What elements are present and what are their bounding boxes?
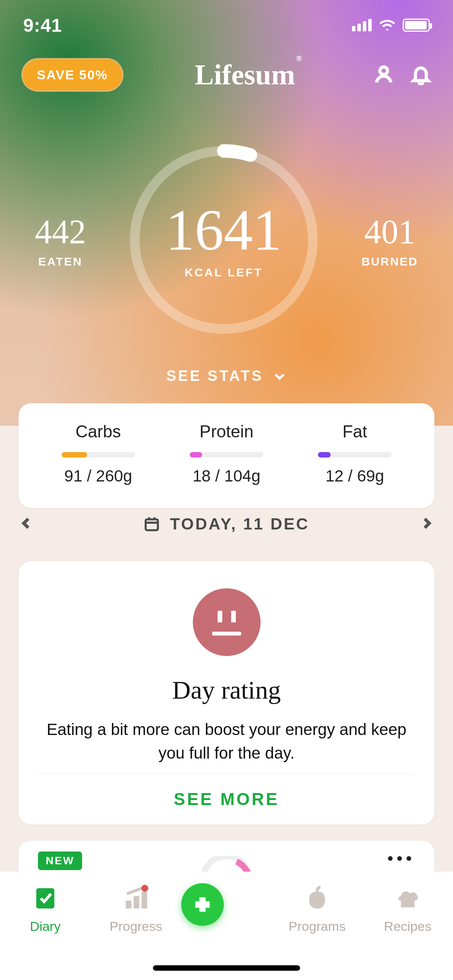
status-time: 9:41: [23, 15, 62, 36]
see-stats-label: SEE STATS: [166, 368, 264, 384]
date-label: TODAY, 11 DEC: [170, 515, 309, 533]
macro-label: Carbs: [37, 422, 160, 441]
macro-bar: [190, 452, 263, 457]
macro-label: Fat: [293, 422, 416, 441]
svg-rect-10: [142, 892, 148, 909]
prev-day-button[interactable]: [19, 516, 34, 533]
macro-fat: Fat 12 / 69g: [293, 422, 416, 485]
date-navigator: TODAY, 11 DEC: [19, 515, 434, 533]
macro-value: 18 / 104g: [165, 467, 288, 485]
macro-value: 12 / 69g: [293, 467, 416, 485]
bell-icon[interactable]: [410, 63, 432, 87]
new-badge: NEW: [38, 852, 82, 870]
kcal-left-value: 1641: [166, 201, 282, 259]
see-stats-button[interactable]: SEE STATS: [0, 368, 453, 384]
kcal-left-label: KCAL LEFT: [185, 266, 263, 279]
tab-bar: Diary Progress Programs Recipes: [0, 872, 453, 980]
burned-label: BURNED: [362, 255, 418, 268]
home-indicator[interactable]: [153, 965, 300, 971]
tab-diary[interactable]: Diary: [0, 885, 91, 934]
status-bar: 9:41: [0, 0, 453, 50]
wifi-icon: [379, 19, 396, 32]
tab-label: Progress: [91, 919, 181, 934]
apple-icon: [304, 885, 331, 912]
macro-bar: [318, 452, 391, 457]
svg-rect-3: [146, 519, 158, 530]
hero-background: 9:41 SAVE 50% Lifesum® 442 EATEN: [0, 0, 453, 426]
calendar-icon: [144, 516, 160, 532]
app-header: SAVE 50% Lifesum®: [0, 58, 453, 92]
plus-icon: [192, 894, 213, 915]
eaten-value: 442: [35, 212, 86, 251]
neutral-face-icon: [193, 588, 261, 656]
svg-rect-8: [126, 901, 132, 908]
status-indicators: [352, 19, 430, 32]
macro-bar: [62, 452, 135, 457]
day-rating-card: Day rating Eating a bit more can boost y…: [19, 561, 434, 824]
profile-icon[interactable]: [373, 63, 395, 87]
calorie-summary: 442 EATEN 1641 KCAL LEFT 401 BURNED: [0, 143, 453, 337]
tab-add[interactable]: [181, 885, 272, 926]
tab-label: Programs: [272, 919, 362, 934]
chevron-down-icon: [273, 369, 287, 383]
tab-label: Recipes: [362, 919, 453, 934]
macro-value: 91 / 260g: [37, 467, 160, 485]
next-day-button[interactable]: [419, 516, 434, 533]
macro-carbs: Carbs 91 / 260g: [37, 422, 160, 485]
tab-label: Diary: [0, 919, 91, 934]
macro-protein: Protein 18 / 104g: [165, 422, 288, 485]
see-more-button[interactable]: SEE MORE: [19, 774, 434, 824]
more-icon[interactable]: [388, 856, 411, 861]
notification-dot-icon: [141, 885, 148, 892]
chef-hat-icon: [394, 885, 421, 912]
svg-point-0: [380, 67, 388, 74]
brand-logo: Lifesum®: [195, 58, 301, 91]
eaten-column: 442 EATEN: [35, 212, 86, 268]
burned-column: 401 BURNED: [362, 212, 418, 268]
cellular-icon: [352, 19, 372, 31]
tab-progress[interactable]: Progress: [91, 885, 181, 934]
promo-pill[interactable]: SAVE 50%: [21, 58, 124, 92]
eaten-label: EATEN: [35, 255, 86, 268]
tab-recipes[interactable]: Recipes: [362, 885, 453, 934]
tab-programs[interactable]: Programs: [272, 885, 362, 934]
burned-value: 401: [362, 212, 418, 251]
macros-card[interactable]: Carbs 91 / 260g Protein 18 / 104g Fat 12…: [19, 403, 434, 508]
diary-icon: [32, 885, 59, 912]
day-rating-title: Day rating: [38, 675, 415, 705]
svg-rect-9: [134, 896, 139, 908]
battery-icon: [403, 19, 430, 32]
macro-label: Protein: [165, 422, 288, 441]
day-rating-body: Eating a bit more can boost your energy …: [38, 718, 415, 765]
calorie-ring[interactable]: 1641 KCAL LEFT: [127, 143, 321, 337]
add-button[interactable]: [181, 883, 224, 926]
date-display[interactable]: TODAY, 11 DEC: [144, 515, 309, 533]
